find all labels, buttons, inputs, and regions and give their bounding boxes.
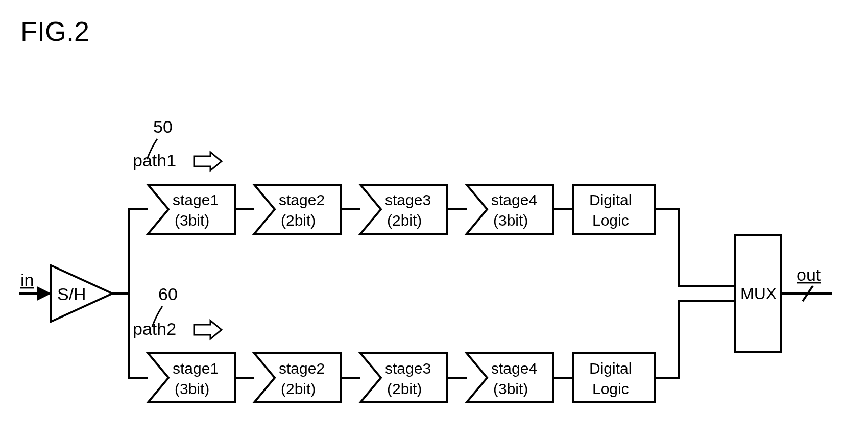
mux-label: MUX <box>740 284 777 303</box>
digital-logic-block: Digital Logic <box>573 353 655 402</box>
dl-line1: Digital <box>589 191 632 208</box>
stage-block: stage3 (2bit) <box>360 353 447 402</box>
dl-line1: Digital <box>589 360 632 377</box>
stage-block: stage3 (2bit) <box>360 185 447 234</box>
stage-bits: (2bit) <box>387 380 422 397</box>
sh-label: S/H <box>57 284 86 304</box>
stage-name: stage4 <box>491 191 537 208</box>
stage-bits: (3bit) <box>493 212 528 229</box>
path2-label: path2 <box>133 319 176 338</box>
path2-arrow-icon <box>194 321 222 339</box>
stage-name: stage1 <box>173 191 219 208</box>
stage-block: stage2 (2bit) <box>254 185 341 234</box>
stage-bits: (2bit) <box>281 212 316 229</box>
digital-logic-block: Digital Logic <box>573 185 655 234</box>
path1-ref: 50 <box>153 117 173 136</box>
merge-wire-bot <box>655 301 735 378</box>
sample-hold-block: S/H <box>51 265 112 322</box>
stage-name: stage3 <box>385 191 431 208</box>
stage-name: stage2 <box>279 191 325 208</box>
dl-line2: Logic <box>592 212 629 229</box>
stage-bits: (2bit) <box>387 212 422 229</box>
output-label: out <box>797 265 821 284</box>
stage-bits: (3bit) <box>493 380 528 397</box>
path1-label: path1 <box>133 151 176 170</box>
stage-block: stage1 (3bit) <box>148 353 235 402</box>
stage-block: stage4 (3bit) <box>467 353 553 402</box>
stage-name: stage2 <box>279 360 325 377</box>
split-wire <box>112 209 148 378</box>
stage-name: stage3 <box>385 360 431 377</box>
stage-bits: (3bit) <box>175 212 209 229</box>
stage-block: stage1 (3bit) <box>148 185 235 234</box>
figure-label: FIG.2 <box>20 16 89 46</box>
stage-name: stage1 <box>173 360 219 377</box>
stage-block: stage4 (3bit) <box>467 185 553 234</box>
stage-name: stage4 <box>491 360 537 377</box>
stage-bits: (2bit) <box>281 380 316 397</box>
input-label: in <box>20 270 34 289</box>
diagram-canvas: FIG.2 in S/H 50 path1 60 path2 stage1 (3… <box>0 0 868 439</box>
path1-arrow-icon <box>194 152 222 170</box>
mux-block: MUX <box>735 235 781 352</box>
merge-wire-top <box>655 209 735 286</box>
stage-block: stage2 (2bit) <box>254 353 341 402</box>
dl-line2: Logic <box>592 380 629 397</box>
stage-bits: (3bit) <box>175 380 209 397</box>
path2-ref: 60 <box>158 284 178 304</box>
